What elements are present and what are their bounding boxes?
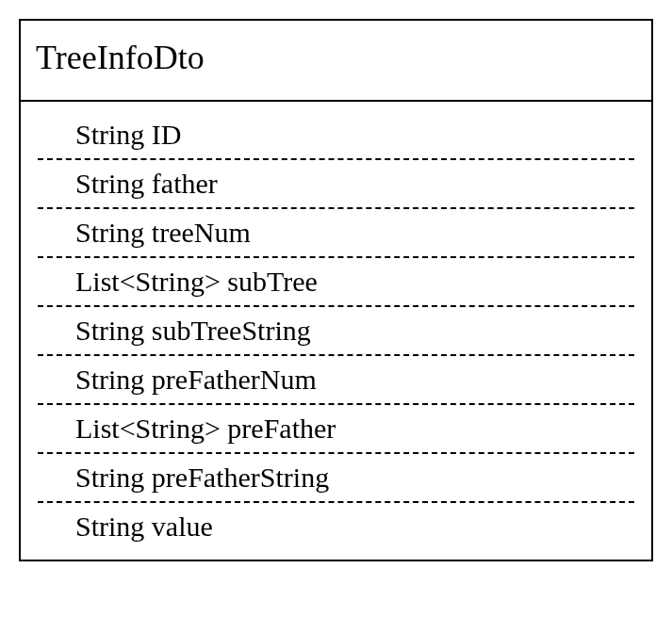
field-row: List<String> subTree — [38, 258, 634, 307]
class-title: TreeInfoDto — [36, 38, 636, 77]
field-row: String preFatherString — [38, 454, 634, 503]
field-row: String subTreeString — [38, 307, 634, 356]
field-row: String ID — [38, 111, 634, 160]
field-row: String treeNum — [38, 209, 634, 258]
field-row: String preFatherNum — [38, 356, 634, 405]
class-diagram-box: TreeInfoDto String ID String father Stri… — [19, 19, 653, 561]
field-row: List<String> preFather — [38, 405, 634, 454]
field-row: String value — [38, 503, 634, 550]
field-row: String father — [38, 160, 634, 209]
class-body: String ID String father String treeNum L… — [21, 102, 651, 560]
class-header: TreeInfoDto — [21, 21, 651, 102]
